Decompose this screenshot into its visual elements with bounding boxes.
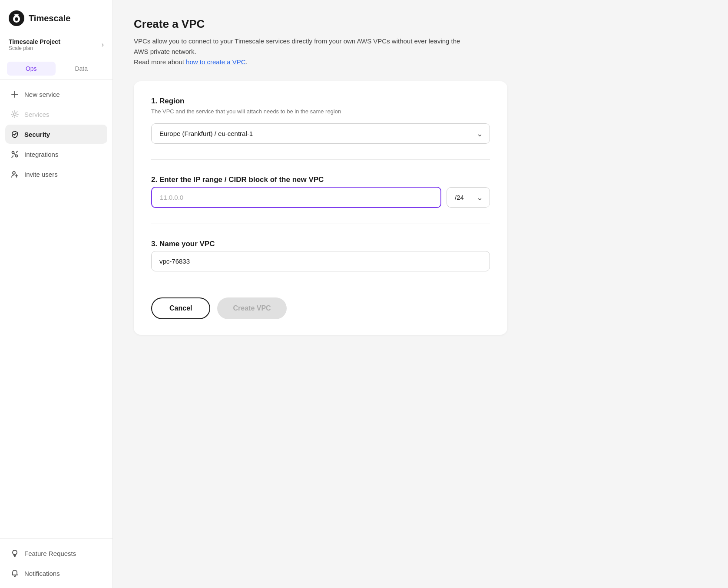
main-content: Create a VPC VPCs allow you to connect t… bbox=[113, 0, 728, 588]
cidr-select-wrapper: /16 /24 /28 ⌄ bbox=[447, 187, 490, 208]
new-service-label: New service bbox=[24, 91, 60, 98]
region-section-subtitle: The VPC and the service that you will at… bbox=[151, 108, 490, 115]
region-section-title: 1. Region bbox=[151, 97, 490, 106]
create-vpc-form: 1. Region The VPC and the service that y… bbox=[134, 81, 507, 335]
form-buttons: Cancel Create VPC bbox=[151, 287, 490, 319]
sidebar: Timescale Timescale Project Scale plan ›… bbox=[0, 0, 113, 588]
vpc-help-link[interactable]: how to create a VPC bbox=[186, 58, 246, 66]
vpc-name-input[interactable] bbox=[151, 251, 490, 271]
vpc-name-section: 3. Name your VPC bbox=[151, 224, 490, 271]
timescale-logo-icon bbox=[9, 10, 24, 26]
svg-point-7 bbox=[13, 172, 15, 174]
plus-icon bbox=[10, 90, 19, 99]
project-name: Timescale Project bbox=[9, 38, 60, 45]
sidebar-item-feature-requests[interactable]: Feature Requests bbox=[5, 544, 107, 563]
ip-range-input[interactable] bbox=[151, 187, 441, 208]
logo-area: Timescale bbox=[0, 0, 113, 35]
sidebar-bottom: Feature Requests Notifications bbox=[0, 538, 113, 588]
services-icon bbox=[10, 110, 19, 119]
vpc-name-section-title: 3. Name your VPC bbox=[151, 240, 490, 248]
tab-data[interactable]: Data bbox=[57, 62, 106, 76]
sidebar-item-integrations[interactable]: Integrations bbox=[5, 145, 107, 164]
sidebar-item-services[interactable]: Services bbox=[5, 105, 107, 124]
cidr-section-title: 2. Enter the IP range / CIDR block of th… bbox=[151, 175, 490, 184]
integrations-label: Integrations bbox=[24, 151, 58, 158]
integrations-icon bbox=[10, 150, 19, 159]
project-chevron-icon: › bbox=[102, 41, 104, 49]
page-title: Create a VPC bbox=[134, 17, 707, 31]
description-text-1: VPCs allow you to connect to your Timesc… bbox=[134, 37, 460, 55]
page-description: VPCs allow you to connect to your Timesc… bbox=[134, 36, 473, 67]
bulb-icon bbox=[10, 549, 19, 558]
sidebar-nav: New service Services Security bbox=[0, 83, 113, 538]
invite-icon bbox=[10, 170, 19, 178]
description-text-2: Read more about bbox=[134, 58, 186, 66]
sidebar-item-notifications[interactable]: Notifications bbox=[5, 564, 107, 583]
svg-point-4 bbox=[13, 113, 16, 116]
tab-ops[interactable]: Ops bbox=[7, 62, 56, 76]
security-label: Security bbox=[24, 131, 50, 138]
cidr-section: 2. Enter the IP range / CIDR block of th… bbox=[151, 159, 490, 208]
ip-cidr-row: /16 /24 /28 ⌄ bbox=[151, 187, 490, 208]
security-icon bbox=[10, 130, 19, 139]
description-end: . bbox=[246, 58, 248, 66]
invite-users-label: Invite users bbox=[24, 171, 58, 178]
sidebar-item-invite-users[interactable]: Invite users bbox=[5, 165, 107, 184]
feature-requests-label: Feature Requests bbox=[24, 550, 76, 557]
region-section: 1. Region The VPC and the service that y… bbox=[151, 97, 490, 144]
project-plan: Scale plan bbox=[9, 45, 60, 51]
brand-name: Timescale bbox=[29, 13, 70, 23]
ops-data-tabs: Ops Data bbox=[0, 58, 113, 79]
cancel-button[interactable]: Cancel bbox=[151, 297, 210, 319]
sidebar-item-security[interactable]: Security bbox=[5, 125, 107, 144]
svg-point-1 bbox=[15, 17, 18, 21]
project-selector[interactable]: Timescale Project Scale plan › bbox=[0, 35, 113, 58]
region-select[interactable]: Europe (Frankfurt) / eu-central-1 US Eas… bbox=[151, 123, 490, 144]
create-vpc-button[interactable]: Create VPC bbox=[217, 297, 286, 319]
region-select-wrapper: Europe (Frankfurt) / eu-central-1 US Eas… bbox=[151, 123, 490, 144]
services-label: Services bbox=[24, 111, 50, 118]
notifications-label: Notifications bbox=[24, 570, 60, 577]
cidr-select[interactable]: /16 /24 /28 bbox=[447, 187, 490, 208]
sidebar-item-new-service[interactable]: New service bbox=[5, 85, 107, 104]
bell-icon bbox=[10, 569, 19, 578]
